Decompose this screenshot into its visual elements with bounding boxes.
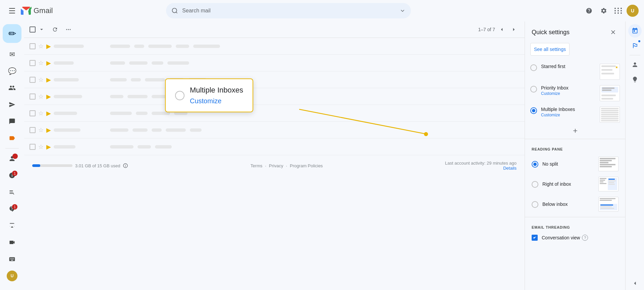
- privacy-link[interactable]: Privacy: [269, 163, 283, 168]
- topbar: Gmail U: [0, 0, 644, 21]
- no-split-preview: [598, 157, 619, 171]
- table-row[interactable]: ☆ ▶: [24, 122, 525, 138]
- row-checkbox[interactable]: [30, 110, 36, 116]
- right-sidebar-contacts[interactable]: [628, 58, 642, 71]
- more-actions-button[interactable]: [63, 24, 74, 35]
- table-row[interactable]: ☆ ▶: [24, 88, 525, 105]
- star-icon[interactable]: ☆: [38, 93, 44, 100]
- row-checkbox[interactable]: [30, 77, 36, 83]
- see-all-settings-button[interactable]: See all settings: [530, 43, 570, 56]
- right-sidebar-calendar[interactable]: [628, 24, 642, 38]
- reading-pane-right[interactable]: Right of inbox: [525, 174, 625, 194]
- compose-button[interactable]: ✏: [3, 24, 21, 43]
- terms-link[interactable]: Terms: [251, 163, 262, 168]
- add-inbox-icon[interactable]: [571, 127, 579, 135]
- gmail-text: Gmail: [34, 6, 53, 15]
- conversation-view-help-icon[interactable]: ?: [582, 235, 588, 241]
- sidebar-item-labels[interactable]: 1: [3, 201, 21, 217]
- info-icon: 1: [9, 172, 15, 179]
- info-badge: 1: [12, 171, 17, 176]
- star-icon[interactable]: ☆: [38, 59, 44, 67]
- content-area: 1–7 of 7 ☆ ▶: [24, 21, 525, 290]
- sidebar-item-notes[interactable]: [3, 184, 21, 200]
- sidebar-item-drafts[interactable]: [3, 113, 21, 129]
- sidebar-item-label1[interactable]: [3, 130, 21, 146]
- sidebar-item-keyboard[interactable]: [3, 251, 21, 267]
- pagination-next-button[interactable]: [508, 24, 519, 35]
- important-icon: ▶: [46, 126, 51, 134]
- reading-pane-no-split[interactable]: No split: [525, 154, 625, 174]
- sidebar-item-avatar-bottom[interactable]: U: [3, 268, 21, 284]
- table-row[interactable]: ☆ ▶: [24, 55, 525, 71]
- pagination-prev-button[interactable]: [496, 24, 507, 35]
- multiple-inboxes-radio[interactable]: [530, 107, 537, 114]
- pagination-text: 1–7 of 7: [478, 27, 495, 32]
- email-content: [110, 127, 519, 133]
- priority-inbox-customize-link[interactable]: Customize: [541, 91, 596, 96]
- search-chevron-icon[interactable]: [399, 7, 406, 14]
- settings-button[interactable]: [597, 4, 610, 17]
- hamburger-button[interactable]: [5, 4, 19, 17]
- row-checkbox[interactable]: [30, 127, 36, 133]
- right-of-inbox-radio[interactable]: [532, 181, 538, 188]
- sidebar-divider: [5, 148, 19, 149]
- avatar-bottom[interactable]: U: [7, 271, 17, 281]
- tooltip-customize-link[interactable]: Customize: [190, 97, 243, 105]
- inbox-option-multiple-inboxes[interactable]: Multiple Inboxes Customize: [525, 104, 625, 125]
- star-icon[interactable]: ☆: [38, 143, 44, 151]
- sidebar-item-chat[interactable]: 💬: [3, 63, 21, 79]
- starred-first-radio[interactable]: [530, 64, 537, 71]
- add-inbox-option[interactable]: [525, 125, 625, 136]
- right-sidebar-expand-button[interactable]: [628, 277, 642, 290]
- compose-plus-icon: ✏: [8, 28, 16, 39]
- gmail-logo[interactable]: Gmail: [20, 5, 53, 17]
- sidebar-item-screen[interactable]: [3, 218, 21, 234]
- avatar[interactable]: U: [627, 5, 639, 17]
- labels-badge: 1: [12, 204, 17, 210]
- row-checkbox[interactable]: [30, 144, 36, 150]
- star-icon[interactable]: ☆: [38, 110, 44, 117]
- row-checkbox[interactable]: [30, 60, 36, 66]
- star-icon[interactable]: ☆: [38, 76, 44, 83]
- star-icon[interactable]: ☆: [38, 43, 44, 50]
- inbox-option-priority-inbox[interactable]: Priority Inbox Customize: [525, 82, 625, 104]
- sidebar-item-contacts[interactable]: [3, 151, 21, 167]
- sidebar-item-spaces[interactable]: [3, 80, 21, 96]
- below-inbox-radio[interactable]: [532, 201, 538, 208]
- sidebar-item-send[interactable]: [3, 97, 21, 113]
- tooltip-radio[interactable]: [175, 91, 184, 100]
- storage-info-icon[interactable]: [123, 163, 128, 168]
- no-split-radio[interactable]: [532, 161, 538, 168]
- table-row[interactable]: ☆ ▶: [24, 138, 525, 155]
- right-sidebar-keep[interactable]: [628, 73, 642, 86]
- help-button[interactable]: [582, 4, 596, 17]
- table-row[interactable]: ☆ ▶: [24, 105, 525, 122]
- search-input[interactable]: [182, 8, 395, 14]
- table-row[interactable]: ☆ ▶: [24, 71, 525, 88]
- inbox-option-starred-first[interactable]: Starred first ★: [525, 61, 625, 82]
- table-row[interactable]: ☆ ▶: [24, 38, 525, 55]
- star-icon[interactable]: ☆: [38, 126, 44, 134]
- program-policies-link[interactable]: Program Policies: [290, 163, 323, 168]
- details-link[interactable]: Details: [503, 166, 517, 171]
- right-sidebar-tasks[interactable]: [628, 39, 642, 52]
- select-dropdown-button[interactable]: [36, 24, 47, 35]
- quick-settings-close-button[interactable]: [608, 27, 619, 38]
- sidebar-item-video[interactable]: [3, 234, 21, 250]
- multiple-inboxes-preview: [600, 107, 620, 123]
- row-checkbox[interactable]: [30, 43, 36, 49]
- priority-inbox-preview: [600, 85, 620, 101]
- sidebar-item-mail[interactable]: ✉: [3, 46, 21, 62]
- drafts-icon: [9, 118, 15, 125]
- apps-button[interactable]: [612, 4, 625, 17]
- row-checkbox[interactable]: [30, 94, 36, 100]
- select-all-checkbox[interactable]: [30, 26, 36, 33]
- priority-inbox-radio[interactable]: [530, 86, 537, 93]
- sender-name: [54, 144, 107, 150]
- sidebar-item-info[interactable]: 1: [3, 167, 21, 183]
- multiple-inboxes-customize-link[interactable]: Customize: [541, 113, 596, 117]
- conversation-view-option[interactable]: Conversation view ?: [525, 232, 625, 243]
- reading-pane-below[interactable]: Below inbox: [525, 194, 625, 214]
- refresh-button[interactable]: [50, 24, 60, 35]
- conversation-view-checkbox[interactable]: [532, 235, 538, 241]
